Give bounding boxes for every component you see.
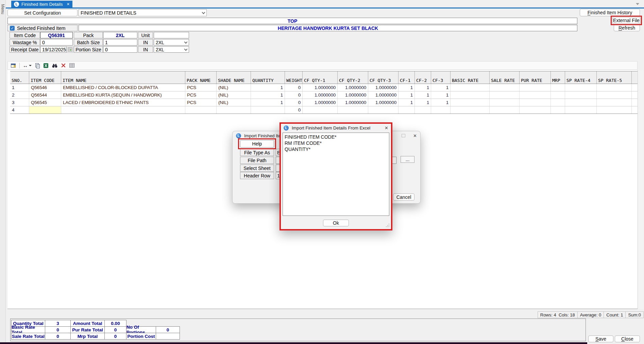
grid-cell[interactable] [185, 106, 217, 114]
grid-cell[interactable]: 1.0000000 [338, 91, 368, 99]
help-dialog-titlebar[interactable]: L Import Finished Item Details From Exce… [281, 124, 391, 132]
grid-header-cell[interactable]: WEIGHT [285, 71, 303, 84]
grid-cell[interactable]: (NIL) [217, 91, 251, 99]
grid-cell[interactable]: 1.0000000 [303, 84, 338, 91]
select-sheet-button[interactable]: Select Sheet [240, 165, 274, 172]
file-path-button[interactable]: File Path [240, 157, 274, 164]
grid-cell[interactable]: 1.0000000 [338, 84, 368, 91]
copy-button[interactable] [35, 63, 40, 68]
grid-cell[interactable]: LACED / EMBROIDERED ETHNIC PANTS [61, 99, 185, 106]
grid-header-cell[interactable]: PACK NAME [185, 71, 217, 84]
fit-width-button[interactable]: ↔ [23, 63, 32, 68]
grid-cell[interactable]: (NIL) [217, 84, 251, 91]
delete-row-button[interactable] [61, 63, 66, 68]
tab-overflow-chevron-icon[interactable] [636, 3, 639, 5]
grid-header-cell[interactable]: CF-3 [431, 71, 451, 84]
grid-cell[interactable] [451, 106, 490, 114]
grid-header-cell[interactable]: ITEM CODE [29, 71, 61, 84]
selected-finished-item-checkbox[interactable]: ✓ [10, 26, 15, 31]
grid-header-cell[interactable]: QUANTITY [251, 71, 285, 84]
grid-cell[interactable] [217, 106, 251, 114]
grid-cell[interactable]: 1.0000000 [368, 84, 399, 91]
close-icon[interactable]: ✕ [385, 125, 388, 131]
grid-cell[interactable] [338, 106, 368, 114]
grid-header-cell[interactable]: CF QTY-1 [303, 71, 338, 84]
grid-cell[interactable] [431, 106, 451, 114]
grid-header-cell[interactable]: MRP [551, 71, 565, 84]
grid-cell[interactable]: 3 [10, 99, 29, 106]
grid-cell[interactable] [251, 106, 285, 114]
grid-cell[interactable]: 1 [415, 99, 431, 106]
grid-cell[interactable] [451, 99, 490, 106]
find-button[interactable] [52, 63, 58, 68]
grid-cell[interactable]: 1 [251, 91, 285, 99]
save-button[interactable]: Save [588, 336, 613, 342]
in2-select[interactable]: 2XL [154, 46, 189, 53]
grid-cell[interactable] [520, 91, 551, 99]
grid-cell[interactable]: 1 [431, 91, 451, 99]
grid-cell[interactable]: 1.0000000 [338, 99, 368, 106]
header-row-button[interactable]: Header Row [240, 172, 274, 179]
grid-cell[interactable] [399, 106, 415, 114]
grid-cell[interactable] [520, 84, 551, 91]
grid-cell[interactable] [520, 99, 551, 106]
top-field[interactable]: TOP [7, 18, 577, 24]
grid-cell[interactable]: 1 [431, 84, 451, 91]
grid-cell[interactable] [597, 99, 632, 106]
grid-settings-button[interactable] [69, 63, 75, 68]
form-view-button[interactable] [11, 63, 16, 68]
grid-header-cell[interactable]: BASIC RATE [451, 71, 490, 84]
grid-cell[interactable]: 1 [415, 91, 431, 99]
batch-size-field[interactable]: 1 [103, 39, 137, 46]
grid-cell[interactable] [490, 91, 520, 99]
grid-cell[interactable] [520, 106, 551, 114]
close-icon[interactable]: ✕ [413, 133, 417, 138]
portion-size-field[interactable]: 0 [103, 46, 137, 53]
grid-cell[interactable] [551, 99, 565, 106]
grid-cell[interactable]: 0 [285, 91, 303, 99]
grid-cell[interactable]: PCS [185, 84, 217, 91]
calendar-button[interactable] [67, 46, 73, 53]
grid-cell[interactable]: 0 [285, 84, 303, 91]
tab-finished-item-details[interactable]: L Finished Item Details ✕ [11, 1, 72, 7]
grid-cell[interactable]: PCS [185, 91, 217, 99]
grid-cell[interactable] [551, 91, 565, 99]
grid-cell[interactable]: EMBELLISHED / COLOR-BLOCKED DUPATTA [61, 84, 185, 91]
unit-field[interactable] [154, 32, 189, 38]
ok-button[interactable]: Ok [323, 220, 349, 226]
close-button[interactable]: Close [615, 336, 640, 342]
export-excel-button[interactable] [43, 63, 49, 68]
grid-cell[interactable] [597, 91, 632, 99]
vertical-scrollbar[interactable] [638, 70, 644, 309]
grid-header-cell[interactable]: SHADE NAME [217, 71, 251, 84]
menu-vertical-label[interactable]: Menu [0, 4, 5, 14]
grid-cell[interactable]: 1 [251, 84, 285, 91]
grid-cell[interactable] [597, 84, 632, 91]
file-type-as-button[interactable]: File Type As [240, 149, 274, 156]
grid-cell[interactable]: Q56544 [29, 91, 61, 99]
left-menu-strip[interactable]: Menu [0, 0, 6, 344]
grid-cell[interactable]: 1 [10, 84, 29, 91]
cancel-button[interactable]: Cancel [393, 193, 414, 201]
refresh-button[interactable]: Refresh [614, 24, 640, 31]
grid-header-cell[interactable]: CF-2 [415, 71, 431, 84]
grid-cell[interactable]: 0 [285, 99, 303, 106]
grid-header-cell[interactable]: CF QTY-2 [338, 71, 368, 84]
grid-cell[interactable] [597, 106, 632, 114]
grid-cell[interactable]: 1 [431, 99, 451, 106]
grid-cell[interactable]: 1 [399, 99, 415, 106]
in1-select[interactable]: 2XL [154, 39, 189, 46]
finished-item-history-button[interactable]: Finished Item History [580, 9, 640, 16]
grid-cell[interactable] [490, 106, 520, 114]
grid-cell[interactable] [451, 84, 490, 91]
browse-button[interactable]: ... [401, 156, 414, 163]
grid-cell[interactable] [565, 91, 597, 99]
maximize-icon[interactable] [402, 134, 405, 137]
receipt-date-field[interactable]: 19/12/2025 [40, 46, 67, 53]
grid-cell[interactable]: 1 [399, 84, 415, 91]
grid-cell[interactable]: 0 [285, 106, 303, 114]
grid-header-cell[interactable]: SALE RATE [490, 71, 520, 84]
grid-header-cell[interactable]: ITEM NAME [61, 71, 185, 84]
grid-cell[interactable] [490, 99, 520, 106]
grid-cell[interactable]: 1.0000000 [303, 99, 338, 106]
